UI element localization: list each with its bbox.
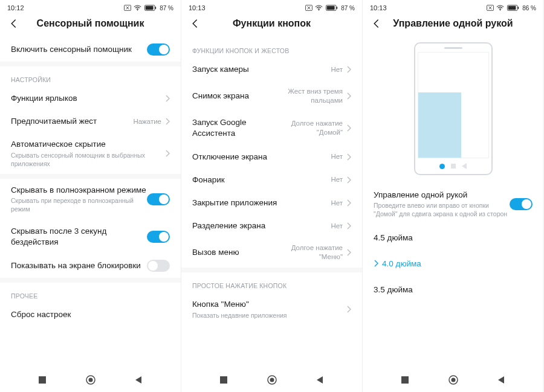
item-reset[interactable]: Сброс настроек: [0, 303, 181, 326]
status-bar: 10:13 86 %: [363, 0, 543, 13]
nav-bar: [363, 370, 543, 392]
item-flashlight[interactable]: Фонарик Нет: [181, 169, 362, 191]
wifi-icon: [134, 5, 141, 11]
item-screen-off[interactable]: Отключение экрана Нет: [181, 146, 362, 169]
chevron-right-icon: [346, 92, 351, 100]
page-title: Управление одной рукой: [371, 18, 535, 29]
svg-point-23: [451, 378, 455, 382]
voice-off-icon: [305, 5, 312, 11]
status-time: 10:12: [7, 4, 24, 11]
item-enable-assistant[interactable]: Включить сенсорный помощник: [0, 37, 181, 62]
chevron-right-icon: [346, 249, 351, 256]
toggle-lockscreen[interactable]: [147, 260, 170, 272]
section-header-simple-press: ПРОСТОЕ НАЖАТИЕ КНОПОК: [181, 272, 362, 293]
status-bar: 10:13 87 %: [181, 0, 362, 13]
svg-rect-19: [508, 6, 516, 10]
battery-icon: [507, 5, 520, 11]
toggle-enable[interactable]: [147, 43, 170, 56]
item-close-app[interactable]: Закрытие приложения Нет: [181, 191, 362, 214]
chevron-right-icon: [346, 66, 351, 73]
chevron-right-icon: [346, 153, 351, 161]
svg-rect-5: [39, 376, 46, 384]
svg-rect-3: [146, 6, 154, 10]
nav-recents[interactable]: [401, 376, 409, 387]
item-call-menu[interactable]: Вызов меню Долгое нажатие "Меню": [181, 237, 362, 268]
item-preferred-gesture[interactable]: Предпочитаемый жест Нажатие: [0, 110, 181, 133]
header: Управление одной рукой: [363, 13, 543, 37]
size-option-4-5[interactable]: 4.5 дюйма: [363, 225, 543, 251]
nav-bar: [0, 370, 181, 392]
svg-rect-20: [518, 7, 519, 9]
item-auto-hide[interactable]: Автоматическое скрытие Скрывать сенсорны…: [0, 133, 181, 174]
svg-rect-21: [401, 376, 409, 384]
chevron-right-icon: [165, 118, 170, 125]
nav-back[interactable]: [316, 376, 324, 387]
nav-back[interactable]: [134, 376, 143, 387]
chevron-right-icon: [346, 124, 351, 132]
size-option-3-5[interactable]: 3.5 дюйма: [363, 277, 543, 303]
illustration-home-icon: [439, 164, 445, 169]
status-bar: 10:12 87 %: [0, 0, 181, 13]
nav-recents[interactable]: [38, 376, 47, 387]
illustration-recents-icon: [451, 164, 456, 169]
wifi-icon: [315, 5, 323, 11]
chevron-right-icon: [346, 306, 351, 313]
status-icons: 87 %: [305, 5, 355, 11]
voice-off-icon: [124, 5, 131, 11]
nav-bar: [181, 370, 362, 392]
nav-home[interactable]: [267, 374, 277, 388]
svg-point-9: [319, 10, 320, 11]
header: Функции кнопок: [181, 13, 362, 37]
status-icons: 86 %: [487, 5, 536, 11]
chevron-right-icon: [165, 150, 170, 157]
item-split-screen[interactable]: Разделение экрана Нет: [181, 214, 362, 237]
toggle-hide-3s[interactable]: [147, 231, 170, 243]
screen-touch-assistant: 10:12 87 % Сенсорный помощник Включить с…: [0, 0, 181, 392]
item-one-handed[interactable]: Управление одной рукой Проведите влево и…: [363, 184, 543, 225]
nav-recents[interactable]: [219, 376, 228, 387]
item-show-lockscreen[interactable]: Показывать на экране блокировки: [0, 254, 181, 278]
phone-illustration: [414, 42, 493, 175]
battery-icon: [144, 5, 157, 11]
svg-rect-4: [155, 7, 157, 9]
section-header-functions: ФУНКЦИИ КНОПОК И ЖЕСТОВ: [181, 37, 362, 58]
battery-percent: 87 %: [341, 5, 355, 11]
svg-point-7: [88, 378, 92, 382]
battery-icon: [325, 5, 338, 11]
status-icons: 87 %: [124, 5, 173, 11]
header: Сенсорный помощник: [0, 13, 181, 37]
nav-home[interactable]: [85, 374, 96, 388]
section-header-settings: НАСТРОЙКИ: [0, 66, 181, 87]
content: ФУНКЦИИ КНОПОК И ЖЕСТОВ Запуск камеры Не…: [181, 37, 362, 392]
item-hide-after-3s[interactable]: Скрывать после 3 секунд бездействия: [0, 220, 181, 254]
svg-rect-13: [220, 376, 227, 384]
item-hide-fullscreen[interactable]: Скрывать в полноэкранном режиме Скрывать…: [0, 179, 181, 220]
illustration-back-icon: [462, 163, 467, 169]
svg-point-15: [270, 378, 274, 382]
item-menu-button[interactable]: Кнопка "Меню" Показать недавние приложен…: [181, 293, 362, 325]
screen-one-handed: 10:13 86 % Управление одной рукой Управл…: [363, 0, 544, 392]
nav-back[interactable]: [497, 376, 505, 387]
wifi-icon: [496, 5, 504, 11]
chevron-right-icon: [346, 176, 351, 184]
section-header-other: ПРОЧЕЕ: [0, 283, 181, 303]
svg-rect-12: [337, 7, 338, 9]
status-time: 10:13: [370, 4, 387, 11]
item-screenshot[interactable]: Снимок экрана Жест вниз тремя пальцами: [181, 81, 362, 111]
toggle-hide-fullscreen[interactable]: [147, 193, 170, 205]
content: Включить сенсорный помощник НАСТРОЙКИ Фу…: [0, 37, 181, 392]
svg-rect-11: [327, 6, 335, 10]
chevron-right-icon: [165, 95, 170, 102]
battery-percent: 86 %: [522, 5, 536, 11]
screen-button-functions: 10:13 87 % Функции кнопок ФУНКЦИИ КНОПОК…: [181, 0, 363, 392]
toggle-one-handed[interactable]: [510, 198, 533, 210]
item-google-assistant[interactable]: Запуск Google Ассистента Долгое нажатие …: [181, 111, 362, 145]
size-option-4-0[interactable]: 4.0 дюйма: [363, 251, 543, 277]
voice-off-icon: [487, 5, 494, 11]
battery-percent: 87 %: [160, 5, 173, 11]
status-time: 10:13: [189, 4, 206, 11]
item-shortcut-functions[interactable]: Функции ярлыков: [0, 87, 181, 110]
nav-home[interactable]: [448, 374, 459, 388]
item-launch-camera[interactable]: Запуск камеры Нет: [181, 58, 362, 81]
page-title: Функции кнопок: [190, 18, 354, 29]
